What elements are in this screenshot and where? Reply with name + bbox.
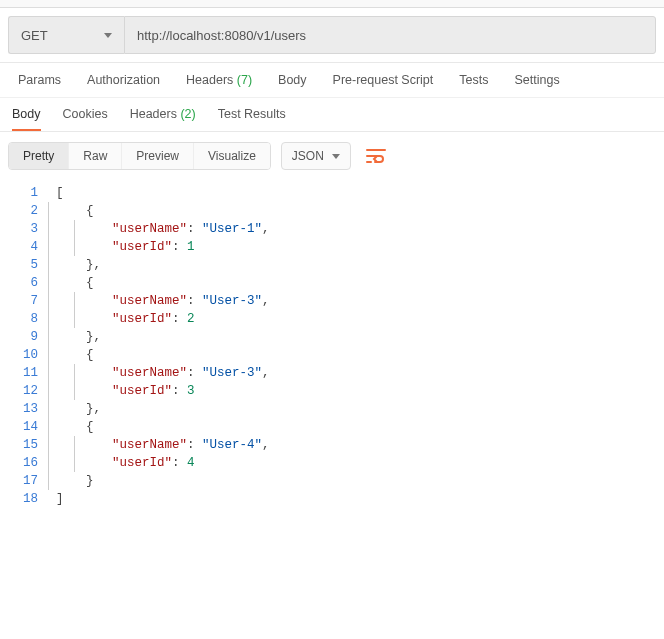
view-mode-visualize[interactable]: Visualize — [194, 143, 270, 169]
response-tabs: Body Cookies Headers (2) Test Results — [0, 98, 664, 132]
line-number: 17 — [0, 472, 38, 490]
code-line: } — [48, 472, 664, 490]
line-number: 11 — [0, 364, 38, 382]
fold-guide — [48, 310, 49, 328]
fold-guide — [74, 382, 75, 400]
line-number: 14 — [0, 418, 38, 436]
fold-guide — [48, 472, 49, 490]
line-number: 6 — [0, 274, 38, 292]
tab-request-headers-label: Headers — [186, 73, 233, 87]
line-number: 15 — [0, 436, 38, 454]
fold-guide — [74, 436, 75, 454]
code-line: ] — [48, 490, 664, 508]
line-number: 13 — [0, 400, 38, 418]
fold-guide — [48, 256, 49, 274]
line-number: 1 — [0, 184, 38, 202]
fold-guide — [48, 364, 49, 382]
fold-guide — [74, 220, 75, 238]
tab-authorization[interactable]: Authorization — [87, 73, 160, 87]
tab-response-body[interactable]: Body — [12, 107, 41, 131]
line-number: 9 — [0, 328, 38, 346]
line-wrap-icon — [366, 148, 386, 164]
request-bar: GET — [0, 8, 664, 63]
code-line: "userId": 2 — [48, 310, 664, 328]
fold-guide — [48, 274, 49, 292]
tab-settings[interactable]: Settings — [514, 73, 559, 87]
view-mode-raw[interactable]: Raw — [69, 143, 122, 169]
fold-guide — [48, 220, 49, 238]
tab-response-headers-label: Headers — [130, 107, 177, 121]
code-line: "userName": "User-1", — [48, 220, 664, 238]
code-line: { — [48, 418, 664, 436]
fold-guide — [48, 292, 49, 310]
fold-guide — [48, 454, 49, 472]
code-line: { — [48, 274, 664, 292]
code-line: }, — [48, 400, 664, 418]
code-line: "userName": "User-3", — [48, 364, 664, 382]
chevron-down-icon — [332, 154, 340, 159]
response-format-select[interactable]: JSON — [281, 142, 351, 170]
response-view-controls: Pretty Raw Preview Visualize JSON — [0, 132, 664, 180]
window-top-border — [0, 0, 664, 8]
line-number: 3 — [0, 220, 38, 238]
fold-guide — [74, 364, 75, 382]
code-line: }, — [48, 256, 664, 274]
code-line: { — [48, 202, 664, 220]
line-wrap-button[interactable] — [361, 142, 391, 170]
response-body-viewer[interactable]: 123456789101112131415161718 [{"userName"… — [0, 180, 664, 548]
fold-guide — [48, 382, 49, 400]
code-line: "userId": 3 — [48, 382, 664, 400]
request-tabs: Params Authorization Headers (7) Body Pr… — [0, 63, 664, 98]
tab-request-body[interactable]: Body — [278, 73, 307, 87]
line-number: 12 — [0, 382, 38, 400]
line-number-gutter: 123456789101112131415161718 — [0, 184, 48, 508]
response-headers-count: (2) — [180, 107, 195, 121]
fold-guide — [48, 238, 49, 256]
line-number: 18 — [0, 490, 38, 508]
fold-guide — [48, 400, 49, 418]
tab-request-headers[interactable]: Headers (7) — [186, 73, 252, 87]
view-mode-preview[interactable]: Preview — [122, 143, 194, 169]
fold-guide — [74, 310, 75, 328]
tab-tests[interactable]: Tests — [459, 73, 488, 87]
tab-test-results[interactable]: Test Results — [218, 107, 286, 131]
fold-guide — [74, 238, 75, 256]
line-number: 8 — [0, 310, 38, 328]
tab-response-cookies[interactable]: Cookies — [63, 107, 108, 131]
fold-guide — [48, 418, 49, 436]
fold-guide — [48, 202, 49, 220]
fold-guide — [74, 292, 75, 310]
line-number: 2 — [0, 202, 38, 220]
line-number: 4 — [0, 238, 38, 256]
response-body-code: [{"userName": "User-1","userId": 1},{"us… — [48, 184, 664, 508]
http-method-select[interactable]: GET — [8, 16, 124, 54]
line-number: 16 — [0, 454, 38, 472]
code-line: "userName": "User-4", — [48, 436, 664, 454]
fold-guide — [74, 454, 75, 472]
code-line: [ — [48, 184, 664, 202]
fold-guide — [48, 346, 49, 364]
code-line: "userId": 1 — [48, 238, 664, 256]
request-headers-count: (7) — [237, 73, 252, 87]
request-url-input[interactable] — [124, 16, 656, 54]
response-format-label: JSON — [292, 149, 324, 163]
line-number: 7 — [0, 292, 38, 310]
line-number: 5 — [0, 256, 38, 274]
code-line: }, — [48, 328, 664, 346]
code-line: "userName": "User-3", — [48, 292, 664, 310]
fold-guide — [48, 328, 49, 346]
fold-guide — [48, 436, 49, 454]
code-line: "userId": 4 — [48, 454, 664, 472]
view-mode-pretty[interactable]: Pretty — [9, 143, 69, 169]
http-method-label: GET — [21, 28, 48, 43]
line-number: 10 — [0, 346, 38, 364]
view-mode-group: Pretty Raw Preview Visualize — [8, 142, 271, 170]
tab-response-headers[interactable]: Headers (2) — [130, 107, 196, 131]
tab-params[interactable]: Params — [18, 73, 61, 87]
tab-pre-request-script[interactable]: Pre-request Script — [333, 73, 434, 87]
chevron-down-icon — [104, 33, 112, 38]
code-line: { — [48, 346, 664, 364]
